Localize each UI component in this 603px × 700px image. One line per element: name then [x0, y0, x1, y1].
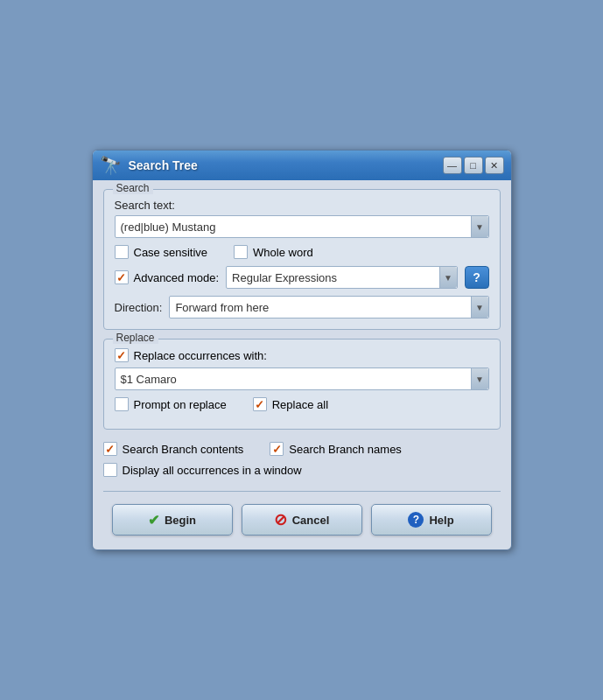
window-title: Search Tree — [129, 158, 436, 172]
window-body: Search Search text: (red|blue) Mustang ▼… — [93, 180, 511, 550]
case-whole-row: Case sensitive Whole word — [115, 245, 489, 259]
direction-dropdown-arrow[interactable]: ▼ — [471, 297, 488, 318]
close-button[interactable]: ✕ — [485, 157, 504, 174]
begin-icon: ✔ — [148, 512, 159, 528]
help-button[interactable]: ? Help — [371, 504, 492, 536]
whole-word-checkbox-item[interactable]: Whole word — [234, 245, 313, 259]
prompt-on-replace-checkbox-item[interactable]: Prompt on replace — [115, 397, 227, 411]
case-sensitive-label: Case sensitive — [134, 246, 208, 259]
replace-value-row: $1 Camaro ▼ — [115, 368, 489, 390]
search-text-value: (red|blue) Mustang — [121, 220, 471, 234]
display-occurrences-checkbox[interactable] — [103, 463, 117, 477]
replace-occurrences-checkbox[interactable] — [115, 348, 129, 362]
minimize-button[interactable]: — — [443, 157, 462, 174]
advanced-mode-checkbox-item[interactable]: Advanced mode: — [115, 270, 220, 284]
direction-row: Direction: Forward from here ▼ — [115, 296, 489, 318]
cancel-icon: ⊘ — [274, 510, 287, 529]
begin-button[interactable]: ✔ Begin — [112, 504, 233, 536]
advanced-mode-checkbox[interactable] — [115, 270, 129, 284]
search-branch-names-checkbox[interactable] — [270, 442, 284, 456]
direction-value: Forward from here — [175, 301, 470, 314]
search-branch-contents-checkbox-item[interactable]: Search Branch contents — [103, 442, 244, 456]
begin-label: Begin — [165, 514, 196, 527]
replace-all-label: Replace all — [272, 398, 328, 411]
maximize-button[interactable]: □ — [464, 157, 483, 174]
replace-all-checkbox[interactable] — [253, 397, 267, 411]
help-icon: ? — [408, 512, 424, 528]
whole-word-label: Whole word — [253, 246, 313, 259]
prompt-replace-all-row: Prompt on replace Replace all — [115, 397, 489, 411]
search-branch-names-label: Search Branch names — [289, 443, 402, 456]
outer-options: Search Branch contents Search Branch nam… — [103, 438, 501, 486]
separator — [103, 491, 501, 492]
button-bar: ✔ Begin ⊘ Cancel ? Help — [103, 497, 501, 539]
advanced-mode-label: Advanced mode: — [134, 271, 220, 284]
advanced-mode-value: Regular Expressions — [232, 271, 438, 284]
search-group-label: Search — [113, 182, 153, 194]
window-icon: 🔭 — [100, 157, 122, 174]
display-occurrences-checkbox-item[interactable]: Display all occurrences in a window — [103, 463, 501, 477]
prompt-on-replace-label: Prompt on replace — [134, 398, 227, 411]
cancel-button[interactable]: ⊘ Cancel — [242, 504, 362, 536]
branch-options-row: Search Branch contents Search Branch nam… — [103, 442, 501, 456]
search-branch-contents-label: Search Branch contents — [123, 443, 244, 456]
replace-occurrences-label: Replace occurrences with: — [134, 349, 267, 362]
search-group: Search Search text: (red|blue) Mustang ▼… — [103, 189, 501, 330]
window-controls: — □ ✕ — [443, 157, 504, 174]
case-sensitive-checkbox[interactable] — [115, 245, 129, 259]
advanced-mode-dropdown-arrow[interactable]: ▼ — [439, 267, 457, 288]
replace-all-checkbox-item[interactable]: Replace all — [253, 397, 328, 411]
advanced-mode-row: Advanced mode: Regular Expressions ▼ ? — [115, 266, 489, 289]
replace-occurrences-row: Replace occurrences with: — [115, 348, 489, 362]
display-occurrences-label: Display all occurrences in a window — [123, 464, 302, 477]
replace-value: $1 Camaro — [121, 373, 471, 386]
search-branch-contents-checkbox[interactable] — [103, 442, 117, 456]
prompt-on-replace-checkbox[interactable] — [115, 397, 129, 411]
whole-word-checkbox[interactable] — [234, 245, 248, 259]
search-tree-dialog: 🔭 Search Tree — □ ✕ Search Search text: … — [92, 150, 512, 550]
help-label: Help — [429, 514, 453, 527]
replace-group-label: Replace — [113, 332, 158, 344]
search-text-dropdown-arrow[interactable]: ▼ — [471, 216, 488, 237]
direction-label: Direction: — [115, 301, 163, 314]
advanced-mode-help-button[interactable]: ? — [465, 266, 489, 289]
search-branch-names-checkbox-item[interactable]: Search Branch names — [270, 442, 402, 456]
replace-value-combo[interactable]: $1 Camaro ▼ — [115, 368, 489, 390]
replace-dropdown-arrow[interactable]: ▼ — [471, 368, 488, 389]
direction-combo[interactable]: Forward from here ▼ — [169, 296, 488, 318]
cancel-label: Cancel — [292, 514, 330, 527]
search-text-row: Search text: (red|blue) Mustang ▼ — [115, 199, 489, 238]
replace-group: Replace Replace occurrences with: $1 Cam… — [103, 339, 501, 430]
case-sensitive-checkbox-item[interactable]: Case sensitive — [115, 245, 208, 259]
search-text-label: Search text: — [115, 199, 489, 212]
advanced-mode-combo[interactable]: Regular Expressions ▼ — [226, 266, 457, 289]
search-text-combo[interactable]: (red|blue) Mustang ▼ — [115, 215, 489, 238]
titlebar: 🔭 Search Tree — □ ✕ — [93, 150, 511, 180]
